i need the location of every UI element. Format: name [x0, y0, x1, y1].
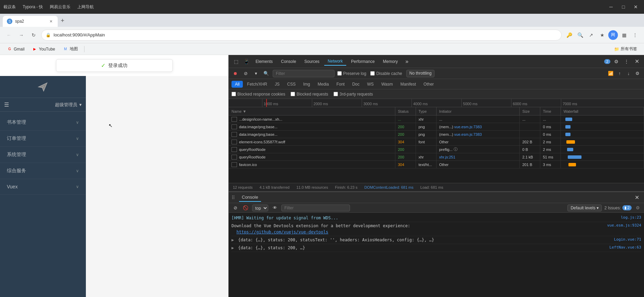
back-btn[interactable]: ←	[4, 30, 14, 40]
filter-tab-media[interactable]: Media	[314, 81, 332, 88]
row5-initiator-link[interactable]: xhr.js:251	[439, 155, 455, 159]
row6-checkbox[interactable]	[231, 162, 237, 167]
console-log-4[interactable]: ▶ {data: {…}, status: 200, …} LeftNav.vu…	[231, 244, 641, 252]
dt-tab-elements[interactable]: Elements	[252, 58, 276, 65]
taskbar-app-4[interactable]: 上网导航	[77, 4, 94, 10]
dt-close-btn[interactable]: ✕	[632, 57, 641, 66]
row1-initiator-link[interactable]: vue.esm.js:7383	[454, 125, 482, 129]
row4-checkbox[interactable]	[231, 147, 237, 152]
table-row[interactable]: favicon.ico 304 text/ht... Other 201 B 3…	[229, 161, 644, 168]
console-gear-btn[interactable]: ⚙	[634, 205, 641, 211]
blocked-cookies-check[interactable]: Blocked response cookies	[231, 92, 285, 97]
nt-header-waterfall[interactable]: Waterfall	[561, 107, 644, 115]
table-row[interactable]: queryRootNode 200 preflig... ⓘ 0 B 2 ms	[229, 146, 644, 153]
nt-filter-input[interactable]	[273, 70, 335, 77]
table-row[interactable]: ...design/icon-name...xh... ... xhr ... …	[229, 116, 644, 123]
console-drag-icon[interactable]: ⠿	[231, 195, 235, 200]
filter-tab-js[interactable]: JS	[271, 81, 283, 88]
nt-header-type[interactable]: Type	[416, 107, 437, 115]
filter-tab-img[interactable]: Img	[300, 81, 314, 88]
nt-header-status[interactable]: Status	[395, 107, 416, 115]
bookmark-youtube[interactable]: ▶ YouTube	[29, 45, 58, 53]
tab-close-btn[interactable]: ✕	[48, 19, 54, 24]
log-4-source[interactable]: LeftNav.vue:63	[609, 245, 641, 251]
log-2-source[interactable]: vue.esm.js:9324	[607, 223, 641, 229]
console-top-selector[interactable]: top	[252, 205, 268, 211]
dt-tab-console[interactable]: Console	[278, 58, 300, 65]
bookmark-folder[interactable]: 📁 所有书签	[611, 45, 640, 53]
console-tab[interactable]: Console	[239, 193, 261, 202]
taskbar-app-3[interactable]: 网易云音乐	[50, 4, 70, 10]
dt-inspect-btn[interactable]: ⬚	[231, 57, 240, 66]
vuejs-devtools-link[interactable]: https://github.com/vuejs/vue-devtools	[236, 230, 328, 234]
sidebar-item-system[interactable]: 系统管理 ∨	[0, 147, 86, 163]
nt-filter-btn[interactable]: ▾	[252, 70, 260, 77]
nt-header-initiator[interactable]: Initiator	[437, 107, 520, 115]
log-3-source[interactable]: Login.vue:71	[614, 237, 641, 243]
sidebar-item-orders[interactable]: 订单管理 ∨	[0, 131, 86, 147]
dt-tab-network[interactable]: Network	[324, 57, 346, 66]
dt-tab-memory[interactable]: Memory	[380, 58, 401, 65]
nt-header-size[interactable]: Size	[520, 107, 540, 115]
sidebar-item-services[interactable]: 综合服务 ∨	[0, 163, 86, 179]
browser-tab[interactable]: S spa2 ✕	[3, 16, 58, 27]
win-minimize-btn[interactable]: ─	[606, 2, 616, 12]
table-row[interactable]: queryRootNode 200 xhr xhr.js:251 2.1 kB …	[229, 153, 644, 161]
console-close-btn[interactable]: ✕	[632, 193, 641, 202]
row3-checkbox[interactable]	[231, 140, 237, 144]
nt-wifi-btn[interactable]: 📶	[607, 70, 614, 77]
filter-tab-wasm[interactable]: Wasm	[378, 81, 396, 88]
dt-device-btn[interactable]: 📱	[242, 57, 251, 66]
share-btn[interactable]: ↗	[586, 30, 596, 40]
url-bar[interactable]: 🔒 localhost:9090/#/AppMain	[41, 30, 562, 41]
disable-cache-checkbox[interactable]: Disable cache	[370, 71, 402, 76]
nt-import-btn[interactable]: ↑	[616, 70, 623, 77]
bookmark-maps[interactable]: M 地图	[60, 45, 81, 53]
row1-checkbox[interactable]	[231, 124, 237, 129]
filter-tab-ws[interactable]: WS	[364, 81, 377, 88]
row2-initiator-link[interactable]: vue.esm.js:7383	[454, 132, 482, 136]
table-row[interactable]: data:image/png;base... 200 png (mem...) …	[229, 131, 644, 138]
preserve-log-checkbox[interactable]: Preserve log	[337, 71, 366, 76]
filter-tab-doc[interactable]: Doc	[349, 81, 363, 88]
forward-btn[interactable]: →	[16, 30, 26, 40]
dt-more-tabs-btn[interactable]: »	[403, 57, 411, 66]
log-1-source[interactable]: log.js:23	[621, 215, 641, 221]
nt-export-btn[interactable]: ↓	[625, 70, 632, 77]
row5-checkbox[interactable]	[231, 155, 237, 160]
sidebar-item-vuex[interactable]: Vuex ∨	[0, 179, 86, 195]
cast-btn[interactable]: 🔑	[564, 30, 574, 40]
taskbar-app-1[interactable]: 截议条	[3, 4, 16, 10]
taskbar-app-2[interactable]: Typora - 快	[23, 4, 43, 10]
zoom-btn[interactable]: 🔍	[575, 30, 585, 40]
row0-checkbox[interactable]	[231, 117, 237, 122]
console-eye-btn[interactable]: 👁	[271, 204, 279, 212]
table-row[interactable]: element-icons.535877f.woff 304 font Othe…	[229, 138, 644, 146]
default-levels-btn[interactable]: Default levels ▾	[567, 205, 601, 211]
filter-tab-font[interactable]: Font	[333, 81, 348, 88]
nt-options-btn[interactable]: ⚙	[634, 70, 641, 77]
issues-badge[interactable]: 2 Issues: ▮ 2	[605, 205, 632, 210]
row2-checkbox[interactable]	[231, 132, 237, 137]
bookmark-btn[interactable]: ★	[597, 30, 607, 40]
filter-tab-manifest[interactable]: Manifest	[397, 81, 419, 88]
filter-tab-fetch[interactable]: Fetch/XHR	[244, 81, 271, 88]
nt-header-time[interactable]: Time	[540, 107, 561, 115]
console-filter-input[interactable]	[281, 205, 350, 211]
reload-btn[interactable]: ↻	[29, 30, 38, 40]
filter-tab-css[interactable]: CSS	[284, 81, 299, 88]
user-info[interactable]: 超级管理员 ▾	[55, 102, 82, 108]
dt-more-options-btn[interactable]: ⋮	[622, 57, 631, 66]
win-close-btn[interactable]: ✕	[631, 2, 641, 12]
filter-tab-other[interactable]: Other	[420, 81, 437, 88]
row4-preflight-info[interactable]: ⓘ	[454, 147, 457, 152]
new-tab-btn[interactable]: +	[58, 16, 67, 25]
profile-btn[interactable]: 网	[608, 30, 618, 40]
blocked-cookies-input[interactable]	[231, 92, 236, 96]
dt-tab-sources[interactable]: Sources	[301, 58, 323, 65]
third-party-check[interactable]: 3rd-party requests	[334, 92, 373, 97]
nt-stop-btn[interactable]: ⊘	[242, 70, 249, 77]
sidebar-menu-icon[interactable]: ☰	[4, 101, 9, 108]
dt-tab-performance[interactable]: Performance	[348, 58, 378, 65]
console-clear-btn[interactable]: 🚫	[242, 204, 249, 212]
